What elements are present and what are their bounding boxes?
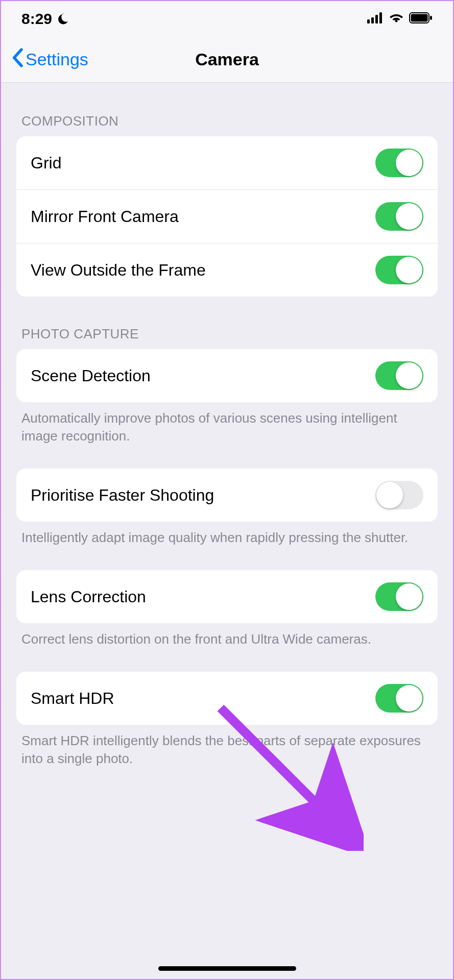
section-header-composition: COMPOSITION xyxy=(1,83,453,136)
view-outside-frame-cell: View Outside the Frame xyxy=(16,243,438,297)
do-not-disturb-icon xyxy=(56,11,69,29)
smart-hdr-cell: Smart HDR xyxy=(16,672,438,725)
back-button[interactable]: Settings xyxy=(11,48,88,71)
lens-correction-cell: Lens Correction xyxy=(16,570,438,623)
home-indicator[interactable] xyxy=(158,966,296,971)
smart-hdr-label: Smart HDR xyxy=(31,689,114,708)
svg-rect-2 xyxy=(375,15,378,23)
grid-label: Grid xyxy=(31,154,61,173)
svg-rect-3 xyxy=(379,12,382,23)
view-outside-frame-toggle[interactable] xyxy=(375,256,423,284)
lens-correction-group: Lens Correction xyxy=(16,570,438,623)
svg-rect-0 xyxy=(367,19,370,23)
smart-hdr-toggle[interactable] xyxy=(375,684,423,713)
svg-rect-6 xyxy=(430,16,432,20)
mirror-front-camera-cell: Mirror Front Camera xyxy=(16,189,438,243)
mirror-front-camera-label: Mirror Front Camera xyxy=(31,207,179,226)
scene-detection-toggle[interactable] xyxy=(375,361,423,390)
status-right xyxy=(367,12,433,26)
cellular-icon xyxy=(367,12,384,26)
lens-correction-footer: Correct lens distortion on the front and… xyxy=(1,623,453,648)
svg-rect-5 xyxy=(411,14,428,22)
battery-icon xyxy=(409,12,433,26)
scene-detection-group: Scene Detection xyxy=(16,349,438,402)
prioritise-faster-cell: Prioritise Faster Shooting xyxy=(16,469,438,522)
lens-correction-label: Lens Correction xyxy=(31,587,146,606)
view-outside-frame-label: View Outside the Frame xyxy=(31,261,206,280)
wifi-icon xyxy=(389,12,404,26)
scene-detection-cell: Scene Detection xyxy=(16,349,438,402)
grid-cell: Grid xyxy=(16,136,438,189)
prioritise-faster-label: Prioritise Faster Shooting xyxy=(31,486,214,505)
mirror-front-camera-toggle[interactable] xyxy=(375,202,423,231)
lens-correction-toggle[interactable] xyxy=(375,582,423,611)
prioritise-faster-footer: Intelligently adapt image quality when r… xyxy=(1,522,453,547)
svg-rect-1 xyxy=(371,17,374,23)
prioritise-faster-toggle[interactable] xyxy=(375,481,423,509)
prioritise-faster-group: Prioritise Faster Shooting xyxy=(16,469,438,522)
back-label: Settings xyxy=(26,50,88,69)
smart-hdr-footer: Smart HDR intelligently blends the best … xyxy=(1,725,453,768)
page-title: Camera xyxy=(195,50,259,69)
smart-hdr-group: Smart HDR xyxy=(16,672,438,725)
scene-detection-label: Scene Detection xyxy=(31,366,151,385)
section-header-photo-capture: PHOTO CAPTURE xyxy=(1,297,453,349)
content: COMPOSITION Grid Mirror Front Camera Vie… xyxy=(1,83,453,768)
nav-bar: Settings Camera xyxy=(1,37,453,83)
status-bar: 8:29 xyxy=(1,1,453,37)
grid-toggle[interactable] xyxy=(375,149,423,177)
status-left: 8:29 xyxy=(21,10,69,28)
chevron-left-icon xyxy=(11,48,23,71)
status-time: 8:29 xyxy=(21,10,52,28)
composition-group: Grid Mirror Front Camera View Outside th… xyxy=(16,136,438,297)
scene-detection-footer: Automatically improve photos of various … xyxy=(1,402,453,445)
